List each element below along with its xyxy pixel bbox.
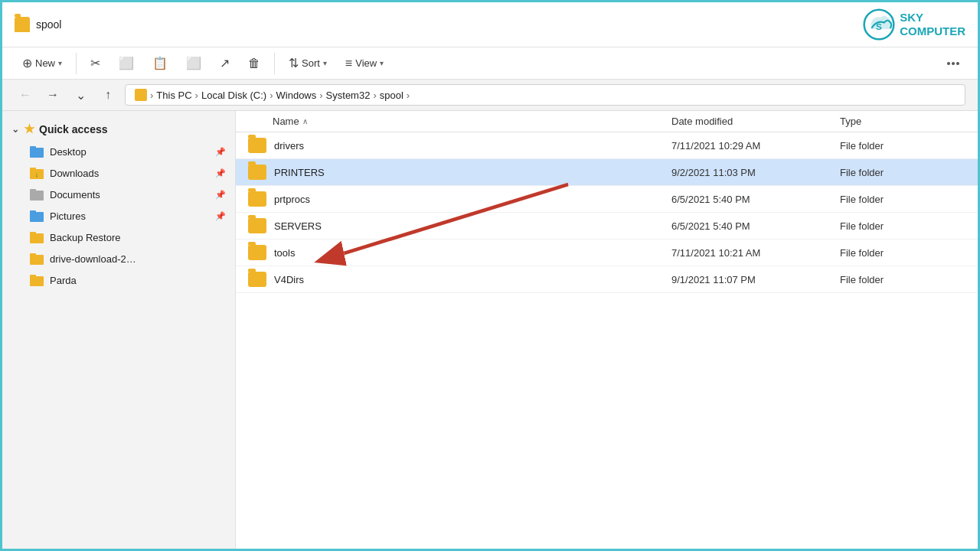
table-row[interactable]: PRINTERS 9/2/2021 11:03 PM File folder	[236, 159, 978, 186]
copy-icon: ⬜	[119, 56, 134, 70]
sidebar-drive-label: drive-download-2…	[50, 253, 136, 265]
more-dot-1	[947, 62, 950, 65]
downloads-folder-icon: ↓	[30, 166, 44, 180]
more-dot-2	[952, 62, 955, 65]
file-type-tools: File folder	[840, 247, 978, 259]
new-button[interactable]: ⊕ New ▾	[15, 52, 70, 74]
file-type-printers: File folder	[840, 167, 978, 178]
cut-button[interactable]: ✂	[83, 52, 108, 74]
sidebar-item-parda[interactable]: Parda	[2, 269, 235, 291]
column-date[interactable]: Date modified	[671, 116, 840, 127]
sort-button[interactable]: ⇅ Sort ▾	[281, 52, 335, 74]
svg-rect-12	[30, 232, 36, 235]
sidebar-desktop-label: Desktop	[50, 146, 87, 158]
sidebar-item-downloads[interactable]: ↓ Downloads 📌	[2, 162, 235, 184]
sort-icon: ⇅	[289, 56, 299, 70]
file-name-prtprocs: prtprocs	[236, 191, 671, 207]
table-row[interactable]: SERVERS 6/5/2021 5:40 PM File folder	[236, 213, 978, 240]
breadcrumb-windows[interactable]: Windows	[276, 90, 317, 101]
sidebar-item-drive[interactable]: drive-download-2…	[2, 248, 235, 269]
view-icon: ≡	[345, 57, 352, 70]
sidebar-item-documents[interactable]: Documents 📌	[2, 184, 235, 205]
desktop-folder-icon	[30, 145, 44, 158]
svg-rect-10	[30, 210, 36, 214]
sidebar-item-desktop[interactable]: Desktop 📌	[2, 141, 235, 162]
folder-icon-v4dirs	[248, 272, 266, 287]
drive-folder-icon	[30, 252, 44, 266]
file-name-drivers: drivers	[236, 138, 671, 153]
forward-button[interactable]: →	[42, 84, 64, 106]
file-type-prtprocs: File folder	[840, 194, 978, 205]
svg-rect-16	[30, 275, 36, 278]
rename-icon: ⬜	[186, 56, 201, 70]
view-button[interactable]: ≡ View ▾	[338, 53, 391, 74]
new-chevron-icon: ▾	[58, 59, 62, 67]
address-bar: ← → ⌄ ↑ › This PC › Local Disk (C:) › Wi…	[2, 80, 978, 111]
view-chevron-icon: ▾	[380, 59, 384, 67]
sky-logo-text: SKY COMPUTER	[900, 11, 965, 38]
window-title: spool	[36, 18, 61, 31]
documents-pin-icon: 📌	[215, 190, 226, 200]
more-button[interactable]	[941, 58, 965, 69]
folder-icon-tools	[248, 245, 266, 260]
file-name-printers: PRINTERS	[236, 165, 671, 180]
sort-chevron-icon: ▾	[323, 59, 327, 67]
file-type-v4dirs: File folder	[840, 274, 978, 285]
copy-button[interactable]: ⬜	[111, 52, 142, 74]
sidebar-parda-label: Parda	[50, 275, 77, 286]
parda-folder-icon	[30, 273, 44, 287]
file-list-header: Name ∧ Date modified Type	[236, 111, 978, 132]
pictures-pin-icon: 📌	[215, 211, 226, 221]
paste-button[interactable]: 📋	[145, 52, 175, 74]
file-date-prtprocs: 6/5/2021 5:40 PM	[671, 194, 840, 205]
quick-access-chevron: ⌄	[11, 124, 19, 135]
back-button[interactable]: ←	[15, 84, 36, 106]
breadcrumb-thispc[interactable]: This PC	[156, 90, 191, 101]
downloads-pin-icon: 📌	[215, 168, 226, 178]
table-row[interactable]: tools 7/11/2021 10:21 AM File folder	[236, 240, 978, 266]
sort-arrow-icon: ∧	[302, 117, 308, 126]
breadcrumb-localdisk[interactable]: Local Disk (C:)	[201, 90, 266, 101]
table-row[interactable]: prtprocs 6/5/2021 5:40 PM File folder	[236, 186, 978, 213]
backup-folder-icon	[30, 230, 44, 244]
desktop-pin-icon: 📌	[215, 147, 226, 157]
sky-logo: S SKY COMPUTER	[863, 8, 965, 41]
svg-rect-3	[30, 146, 36, 149]
file-name-servers: SERVERS	[236, 218, 671, 233]
column-name[interactable]: Name ∧	[236, 116, 671, 127]
rename-button[interactable]: ⬜	[178, 52, 209, 74]
svg-text:↓: ↓	[35, 171, 39, 178]
file-date-v4dirs: 9/1/2021 11:07 PM	[671, 274, 840, 285]
separator-1	[76, 53, 77, 74]
up-button[interactable]: ↑	[97, 84, 119, 106]
paste-icon: 📋	[152, 56, 168, 70]
sidebar-documents-label: Documents	[50, 189, 100, 201]
dropdown-button[interactable]: ⌄	[70, 84, 91, 106]
title-bar-right: S SKY COMPUTER	[863, 8, 965, 41]
quick-access-header[interactable]: ⌄ ★ Quick access	[2, 117, 235, 141]
file-name-tools: tools	[236, 245, 671, 260]
table-row[interactable]: drivers 7/11/2021 10:29 AM File folder	[236, 132, 978, 159]
svg-rect-8	[30, 189, 36, 192]
sidebar-backup-label: Backup Restore	[50, 232, 121, 243]
delete-button[interactable]: 🗑	[240, 53, 268, 74]
svg-rect-14	[30, 253, 36, 256]
breadcrumb-system32[interactable]: System32	[326, 90, 371, 101]
table-row[interactable]: V4Dirs 9/1/2021 11:07 PM File folder	[236, 266, 978, 293]
file-list: Name ∧ Date modified Type drivers 7/11/2…	[236, 111, 978, 551]
share-button[interactable]: ↗	[212, 52, 237, 74]
new-icon: ⊕	[22, 56, 32, 70]
sidebar-item-pictures[interactable]: Pictures 📌	[2, 205, 235, 227]
file-date-servers: 6/5/2021 5:40 PM	[671, 220, 840, 232]
breadcrumb[interactable]: › This PC › Local Disk (C:) › Windows › …	[125, 84, 965, 106]
column-type[interactable]: Type	[840, 116, 978, 127]
folder-icon-prtprocs	[248, 191, 266, 207]
sidebar-pictures-label: Pictures	[50, 210, 86, 222]
svg-text:S: S	[876, 21, 882, 31]
sidebar-item-backup[interactable]: Backup Restore	[2, 227, 235, 248]
cut-icon: ✂	[90, 56, 100, 70]
delete-icon: 🗑	[248, 57, 260, 70]
breadcrumb-folder-icon	[135, 89, 147, 101]
separator-2	[274, 53, 275, 74]
breadcrumb-spool[interactable]: spool	[380, 90, 403, 101]
